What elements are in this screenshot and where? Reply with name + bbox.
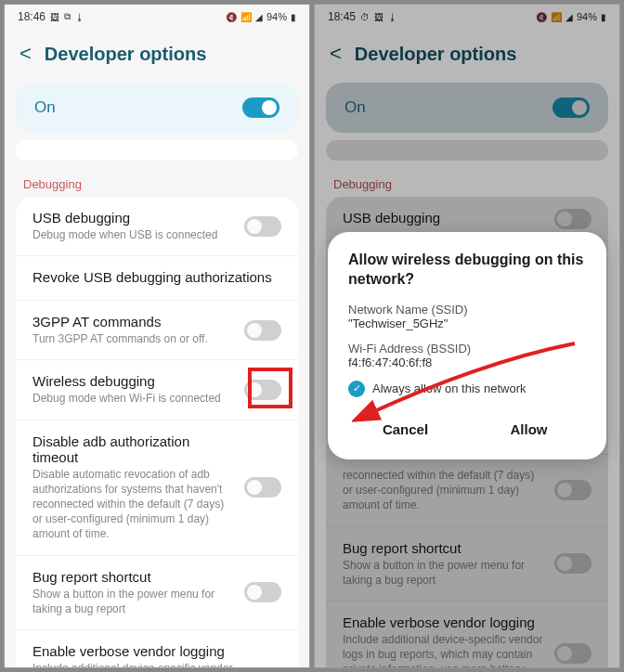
header: < Developer options [5,29,309,79]
page-title: Developer options [45,44,206,65]
checkbox-checked-icon[interactable]: ✓ [348,381,365,397]
row-3gpp[interactable]: 3GPP AT commands Turn 3GPP AT commands o… [16,301,298,360]
toggle-adb-timeout[interactable] [244,477,281,498]
on-label: On [34,98,56,117]
status-time: 18:46 [18,10,46,23]
highlight-wireless-toggle [248,368,292,408]
battery-pct: 94% [266,11,287,22]
card-peek [16,140,298,161]
battery-icon: ▮ [291,12,296,22]
master-toggle-bar[interactable]: On [16,83,298,133]
phone-right: 18:45 ⏱ 🖼 ⭳ 🔇 📶 ◢ 94% ▮ < Developer opti… [314,4,620,668]
ssid-label: Network Name (SSID) [348,303,586,317]
image-icon: 🖼 [50,12,59,22]
wireless-debugging-dialog: Allow wireless debugging on this network… [328,232,606,459]
toggle-usb-debugging[interactable] [244,216,281,237]
row-wireless-debugging[interactable]: Wireless debugging Debug mode when Wi-Fi… [16,360,298,420]
always-allow-row[interactable]: ✓ Always allow on this network [348,381,586,397]
mute-icon: 🔇 [226,12,237,22]
ssid-value: "Techwiser_5GHz" [348,317,586,330]
row-revoke-usb[interactable]: Revoke USB debugging authorizations [16,256,298,301]
bssid-value: f4:f6:47:40:6f:f8 [348,355,586,369]
allow-button[interactable]: Allow [472,412,586,446]
dialog-title: Allow wireless debugging on this network… [348,251,586,290]
section-debugging: Debugging [5,168,309,197]
phone-left: 18:46 🖼 ⧉ ⭳ 🔇 📶 ◢ 94% ▮ < Developer opti… [4,4,310,668]
cancel-button[interactable]: Cancel [348,412,462,446]
signal-icon: ◢ [255,12,263,22]
wifi-icon: 📶 [240,12,252,22]
row-usb-debugging[interactable]: USB debugging Debug mode when USB is con… [16,197,298,256]
status-bar: 18:46 🖼 ⧉ ⭳ 🔇 📶 ◢ 94% ▮ [5,5,309,29]
row-verbose-logging[interactable]: Enable verbose vendor logging Include ad… [16,630,298,668]
toggle-bug-report[interactable] [244,582,281,602]
toggle-3gpp[interactable] [244,320,281,341]
settings-card: USB debugging Debug mode when USB is con… [16,197,298,668]
row-adb-timeout[interactable]: Disable adb authorization timeout Disabl… [16,420,298,556]
always-allow-label: Always allow on this network [372,381,526,395]
download-icon: ⭳ [75,12,84,22]
row-bug-report[interactable]: Bug report shortcut Show a button in the… [16,556,298,630]
screenshot-icon: ⧉ [64,11,71,22]
back-icon[interactable]: < [20,42,32,66]
master-toggle[interactable] [242,97,280,118]
bssid-label: Wi-Fi Address (BSSID) [348,342,586,355]
